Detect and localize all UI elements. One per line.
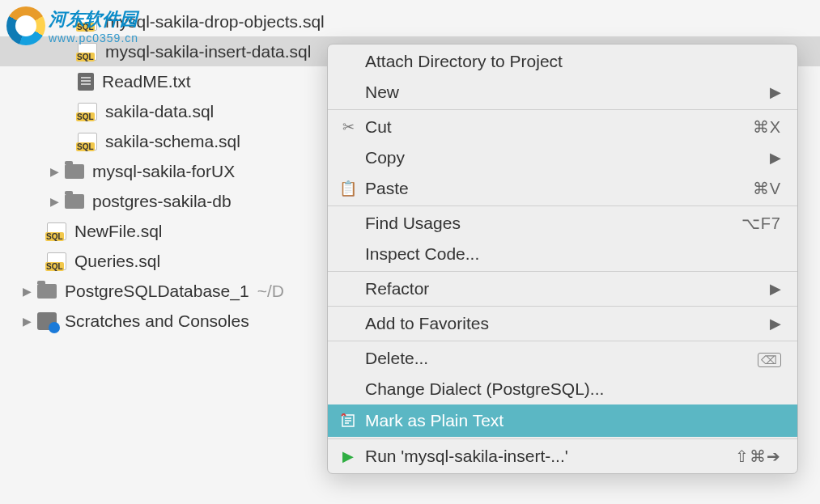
menu-label: Add to Favorites [360,314,770,333]
menu-label: Copy [360,148,770,167]
tree-label: postgres-sakila-db [92,192,232,211]
sql-file-icon [78,103,97,121]
tree-label: ReadME.txt [102,72,191,91]
menu-label: Attach Directory to Project [360,52,781,71]
chevron-right-icon: ▶ [770,83,781,101]
menu-item-cut[interactable]: ✂ Cut ⌘X [328,112,797,142]
menu-item-change-dialect[interactable]: Change Dialect (PostgreSQL)... [328,374,797,404]
watermark-logo-banner: 河东软件园 www.pc0359.cn [6,6,138,45]
watermark-circle-icon [6,6,45,45]
watermark-text: 河东软件园 www.pc0359.cn [49,7,138,44]
menu-label: Refactor [360,279,770,299]
menu-item-copy[interactable]: Copy ▶ [328,142,797,173]
folder-icon [65,164,84,179]
menu-item-find-usages[interactable]: Find Usages ⌥F7 [328,208,797,239]
tree-label: Scratches and Consoles [65,311,249,331]
text-file-icon [78,73,94,91]
tree-label: sakila-data.sql [105,102,214,121]
tree-label: sakila-schema.sql [105,132,240,151]
clipboard-icon: 📋 [336,180,360,197]
folder-icon [65,194,84,209]
menu-shortcut: ⌥F7 [741,214,781,233]
menu-shortcut: ⇧⌘➔ [735,447,781,466]
menu-label: Change Dialect (PostgreSQL)... [360,379,781,399]
menu-divider [328,438,797,439]
sql-file-icon [47,222,66,240]
menu-item-delete[interactable]: Delete... ⌫ [328,343,797,374]
tree-path-hint: ~/D [257,282,284,301]
chevron-right-icon: ▶ [770,149,781,167]
folder-icon [37,284,57,299]
menu-item-attach-directory[interactable]: Attach Directory to Project [328,46,797,77]
watermark-cn: 河东软件园 [49,7,138,32]
menu-label: Find Usages [360,214,741,233]
menu-item-new[interactable]: New ▶ [328,77,797,108]
context-menu[interactable]: Attach Directory to Project New ▶ ✂ Cut … [327,44,798,474]
menu-divider [328,205,797,206]
menu-shortcut: ⌘X [753,117,781,137]
menu-label: Run 'mysql-sakila-insert-...' [360,447,735,466]
expand-arrow-icon[interactable]: ▶ [47,165,62,178]
sql-file-icon [47,252,66,270]
chevron-right-icon: ▶ [770,280,781,298]
menu-item-add-favorites[interactable]: Add to Favorites ▶ [328,308,797,339]
expand-arrow-icon[interactable]: ▶ [19,285,34,298]
tree-label: PostgreSQLDatabase_1 [65,282,249,301]
scratches-icon [37,312,57,330]
menu-item-inspect-code[interactable]: Inspect Code... [328,239,797,269]
chevron-right-icon: ▶ [770,315,781,332]
plain-text-icon [336,413,360,428]
run-icon: ▶ [336,447,360,465]
tree-label: mysql-sakila-forUX [92,162,235,181]
menu-label: Cut [360,117,753,137]
menu-label: Paste [360,179,753,198]
menu-item-run[interactable]: ▶ Run 'mysql-sakila-insert-...' ⇧⌘➔ [328,441,797,472]
menu-item-mark-plain-text[interactable]: Mark as Plain Text [328,404,797,437]
menu-divider [328,109,797,110]
menu-label: Mark as Plain Text [360,411,781,430]
tree-label: Queries.sql [74,252,160,271]
menu-shortcut: ⌘V [753,179,781,198]
menu-label: Inspect Code... [360,244,781,264]
watermark-url: www.pc0359.cn [49,32,138,44]
tree-label: NewFile.sql [74,222,163,241]
expand-arrow-icon[interactable]: ▶ [19,315,34,328]
scissors-icon: ✂ [336,118,360,136]
menu-divider [328,306,797,307]
menu-divider [328,271,797,272]
menu-item-paste[interactable]: 📋 Paste ⌘V [328,173,797,204]
menu-label: New [360,83,770,102]
expand-arrow-icon[interactable]: ▶ [47,195,62,208]
menu-label: Delete... [360,349,758,368]
menu-item-refactor[interactable]: Refactor ▶ [328,273,797,304]
menu-divider [328,341,797,341]
sql-file-icon [78,133,97,150]
delete-key-icon: ⌫ [758,349,781,368]
